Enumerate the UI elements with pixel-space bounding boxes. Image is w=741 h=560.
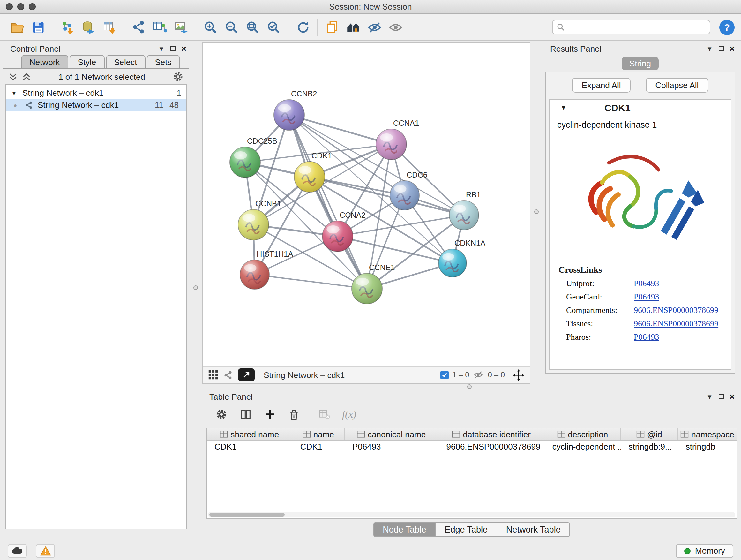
table-options-gear-icon[interactable] [215,408,228,421]
network-view[interactable]: CCNB2CCNA1CDC25BCDK1CDC6RB1CCNB1CCNA2CDK… [202,42,530,384]
close-panel-icon[interactable]: × [730,44,735,53]
expand-all-button[interactable]: Expand All [572,78,630,92]
tab-network-table[interactable]: Network Table [497,522,570,537]
open-session-button[interactable] [6,17,27,37]
import-table-from-file-button[interactable] [99,17,120,37]
edge-CCNB2-CCNA1[interactable] [289,115,391,144]
horizontal-scrollbar[interactable] [208,512,735,517]
node-CCNA2[interactable] [322,221,353,252]
hide-annotations-button[interactable] [364,17,385,37]
tab-network[interactable]: Network [21,55,68,68]
selected-checkbox-icon[interactable] [440,371,448,379]
new-table-button[interactable] [149,17,171,37]
close-panel-icon[interactable]: × [730,392,735,401]
duplicate-network-button[interactable] [322,17,343,37]
birds-eye-view-icon[interactable] [208,370,218,380]
help-button[interactable]: ? [719,19,735,35]
edge-CCNB2-CCNE1[interactable] [289,115,367,289]
node-CCNB1[interactable] [238,209,269,240]
left-splitter-handle[interactable] [193,286,198,290]
node-CDC6[interactable] [390,181,419,210]
column-header-id[interactable]: @id [621,428,678,440]
node-CDC25B[interactable] [230,147,260,178]
edge-HIST1H1A-CCNE1[interactable] [255,274,367,289]
show-columns-icon[interactable] [239,408,252,421]
zoom-selected-button[interactable] [263,17,284,37]
edge-CCNA2-CDKN1A[interactable] [338,236,453,263]
node-HIST1H1A[interactable] [240,260,269,289]
close-panel-icon[interactable]: × [181,44,186,53]
crosslink-label: GeneCard: [566,292,634,302]
column-header-name[interactable]: name [293,428,345,440]
column-header-namespace[interactable]: namespace [678,428,737,440]
network-row[interactable]: ● String Network – cdk1 11 48 [6,99,186,111]
delete-column-trash-icon[interactable] [288,408,300,421]
fit-content-crosshair-icon[interactable] [513,369,525,381]
memory-button[interactable]: Memory [676,544,733,558]
zoom-in-button[interactable] [200,17,221,37]
expand-all-networks-icon[interactable] [8,72,18,81]
entry-collapse-icon[interactable]: ▼ [549,104,578,111]
table-row[interactable]: CDK1 CDK1 P06493 9606.ENSP00000378699 cy… [207,441,737,453]
folder-open-icon [9,19,24,35]
search-input[interactable] [567,23,706,32]
right-splitter-handle[interactable] [534,209,539,214]
column-icon [452,430,460,438]
network-collection-row[interactable]: ▼ String Network – cdk1 1 [6,87,186,99]
warnings-button[interactable] [36,544,55,558]
collapse-panel-icon[interactable]: ▼ [706,45,713,52]
search-field[interactable] [552,20,711,35]
collapse-panel-icon[interactable]: ▼ [706,393,713,400]
scrollbar-thumb[interactable] [209,513,285,516]
column-header-canonical-name[interactable]: canonical name [345,428,439,440]
create-column-plus-icon[interactable] [264,408,276,421]
network-glyph-icon [25,101,33,109]
detach-view-button[interactable] [238,368,255,381]
crosslink-genecard-link[interactable]: P06493 [634,292,659,302]
float-panel-icon[interactable] [171,46,176,51]
network-small-icon[interactable] [223,370,233,380]
show-graphics-details-button[interactable] [385,17,406,37]
float-panel-icon[interactable] [719,46,724,51]
zoom-fit-button[interactable] [242,17,263,37]
cell-canonical-name: P06493 [345,441,439,453]
collapse-all-button[interactable]: Collapse All [646,78,709,92]
tab-sets[interactable]: Sets [146,55,180,68]
string-home-button[interactable] [343,17,364,37]
column-header-shared-name[interactable]: shared name [207,428,293,440]
import-network-from-database-button[interactable] [78,17,99,37]
apply-layout-button[interactable] [292,17,313,37]
node-label-CCNE1: CCNE1 [369,263,395,272]
node-CCNA1[interactable] [376,129,407,160]
tab-node-table[interactable]: Node Table [373,522,435,537]
collapse-all-networks-icon[interactable] [22,72,31,81]
node-CDKN1A[interactable] [439,249,467,277]
node-CDK1[interactable] [294,162,325,192]
save-session-button[interactable] [27,17,49,37]
new-network-button[interactable] [128,17,149,37]
tab-style[interactable]: Style [69,55,105,68]
column-header-description[interactable]: description [545,428,621,440]
network-canvas[interactable]: CCNB2CCNA1CDC25BCDK1CDC6RB1CCNB1CCNA2CDK… [203,43,530,366]
zoom-out-button[interactable] [221,17,242,37]
node-RB1[interactable] [449,200,479,230]
crosslink-pharos-link[interactable]: P06493 [634,332,659,342]
crosslink-uniprot-link[interactable]: P06493 [634,278,659,289]
tab-edge-table[interactable]: Edge Table [435,522,497,537]
node-CCNE1[interactable] [352,273,382,304]
collapse-panel-icon[interactable]: ▼ [158,45,165,52]
tab-select[interactable]: Select [106,55,145,68]
tab-string[interactable]: String [622,57,659,70]
tree-expand-icon[interactable]: ▼ [6,90,22,96]
column-icon [680,430,689,438]
crosslink-tissues-link[interactable]: 9606.ENSP00000378699 [634,319,718,329]
export-image-button[interactable] [171,17,192,37]
column-header-database-identifier[interactable]: database identifier [439,428,545,440]
network-options-gear-icon[interactable] [172,71,184,82]
crosslink-compartments-link[interactable]: 9606.ENSP00000378699 [634,305,718,315]
node-CCNB2[interactable] [274,100,305,130]
cloud-status-button[interactable] [8,544,27,558]
float-panel-icon[interactable] [719,394,724,399]
horizontal-splitter-handle[interactable] [467,384,472,389]
import-network-from-file-button[interactable] [57,17,78,37]
